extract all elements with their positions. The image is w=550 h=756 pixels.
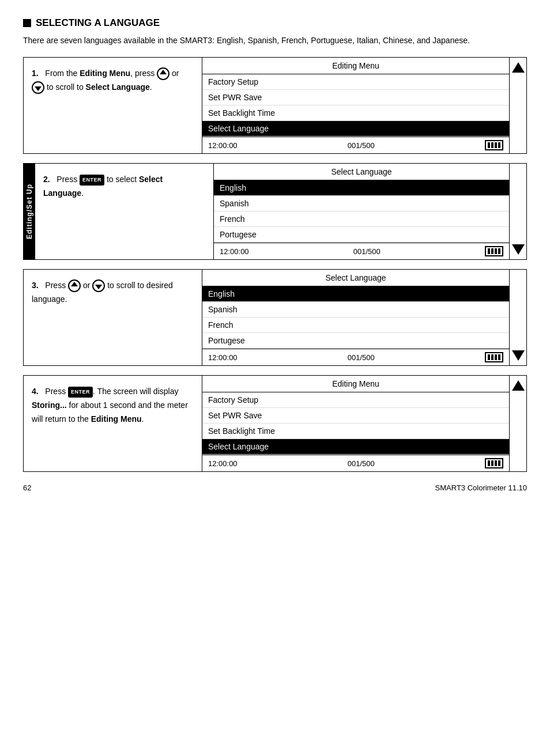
lcd-menu-item: Factory Setup [202, 392, 509, 408]
lcd-menu-item: Set Backlight Time [202, 424, 509, 439]
battery-icon [485, 140, 503, 150]
step-number: 4. [32, 387, 39, 396]
step-screen: Select Language EnglishSpanishFrenchPort… [202, 270, 526, 365]
page-title: SELECTING A LANGUAGE [23, 17, 527, 29]
step-screen: Editing Menu Factory SetupSet PWR SaveSe… [202, 376, 526, 471]
screen-title: Select Language [214, 164, 509, 180]
page-number: 62 [23, 483, 31, 492]
lcd-screen: Select Language EnglishSpanishFrenchPort… [214, 164, 526, 259]
screen-title: Editing Menu [202, 58, 509, 74]
lcd-menu-item: Set PWR Save [202, 408, 509, 424]
lcd-menu-item: Portugese [202, 333, 509, 349]
lcd-menu-item: Set PWR Save [202, 90, 509, 105]
lcd-menu-item: Select Language [202, 439, 509, 455]
step-instruction: 3. Press or to scroll to desired languag… [24, 270, 202, 365]
status-time: 12:00:00 [208, 459, 238, 468]
sidebar-label: Editing/Set Up [24, 164, 35, 259]
lcd-screen: Editing Menu Factory SetupSet PWR SaveSe… [202, 58, 526, 153]
battery-icon [485, 458, 503, 468]
lcd-screen: Select Language EnglishSpanishFrenchPort… [202, 270, 526, 365]
battery-icon [485, 352, 503, 362]
status-row: 12:00:00 001/500 [202, 455, 509, 471]
step-row-1: 1. From the Editing Menu, press or to sc… [23, 57, 527, 154]
screen-title: Select Language [202, 270, 509, 286]
down-arrow-icon [32, 81, 44, 94]
lcd-menu-item: Spanish [202, 302, 509, 317]
step-number: 3. [32, 281, 39, 290]
status-time: 12:00:00 [208, 353, 238, 362]
scroll-down-arrow [512, 350, 525, 361]
scroll-column [509, 376, 526, 471]
up-arrow-icon [157, 67, 169, 80]
lcd-menu-item: Set Backlight Time [202, 105, 509, 121]
screen-content: Editing Menu Factory SetupSet PWR SaveSe… [202, 58, 509, 153]
down-arrow-icon [92, 279, 105, 292]
lcd-screen: Editing Menu Factory SetupSet PWR SaveSe… [202, 376, 526, 471]
step-instruction: 2. Press ENTER to select Select Language… [35, 164, 214, 259]
lcd-menu-item: English [202, 286, 509, 302]
step-row-3: 3. Press or to scroll to desired languag… [23, 269, 527, 366]
lcd-menu-item: Select Language [202, 121, 509, 137]
scroll-up-arrow [512, 62, 525, 73]
scroll-column [509, 58, 526, 153]
status-count: 001/500 [348, 141, 375, 150]
page-footer: 62 SMART3 Colorimeter 11.10 [23, 483, 527, 492]
status-count: 001/500 [348, 353, 375, 362]
status-time: 12:00:00 [208, 141, 238, 150]
bullet-icon [23, 19, 31, 27]
screen-content: Select Language EnglishSpanishFrenchPort… [202, 270, 509, 365]
status-time: 12:00:00 [220, 247, 249, 256]
lcd-menu-item: Factory Setup [202, 74, 509, 90]
lcd-menu-item: French [214, 211, 509, 227]
scroll-column [509, 164, 526, 259]
step-screen: Select Language EnglishSpanishFrenchPort… [214, 164, 526, 259]
step-instruction: 1. From the Editing Menu, press or to sc… [24, 58, 202, 153]
step-row-4: 4. Press ENTER. The screen will display … [23, 375, 527, 472]
document-title: SMART3 Colorimeter 11.10 [435, 483, 527, 492]
step-screen: Editing Menu Factory SetupSet PWR SaveSe… [202, 58, 526, 153]
scroll-up-arrow [512, 380, 525, 391]
intro-text: There are seven languages available in t… [23, 35, 527, 47]
screen-content: Editing Menu Factory SetupSet PWR SaveSe… [202, 376, 509, 471]
scroll-down-arrow [512, 244, 525, 255]
enter-icon: ENTER [68, 387, 93, 398]
lcd-menu-item: French [202, 317, 509, 333]
step-number: 1. [32, 69, 39, 78]
step-instruction: 4. Press ENTER. The screen will display … [24, 376, 202, 471]
status-row: 12:00:00 001/500 [202, 137, 509, 153]
lcd-menu-item: English [214, 180, 509, 196]
status-row: 12:00:00 001/500 [214, 243, 509, 259]
screen-title: Editing Menu [202, 376, 509, 392]
lcd-menu-item: Spanish [214, 196, 509, 211]
status-count: 001/500 [353, 247, 381, 256]
status-row: 12:00:00 001/500 [202, 349, 509, 365]
status-count: 001/500 [348, 459, 375, 468]
enter-icon: ENTER [80, 175, 104, 186]
up-arrow-icon [68, 279, 81, 292]
battery-icon [485, 246, 503, 256]
lcd-menu-item: Portugese [214, 227, 509, 243]
step-number: 2. [43, 175, 50, 184]
scroll-column [509, 270, 526, 365]
screen-content: Select Language EnglishSpanishFrenchPort… [214, 164, 509, 259]
step-row-2: Editing/Set Up 2. Press ENTER to select … [23, 163, 527, 260]
